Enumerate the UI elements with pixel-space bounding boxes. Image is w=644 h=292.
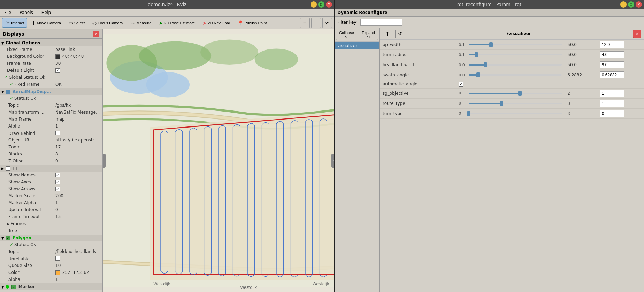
map-frame-value[interactable]: map (55, 117, 101, 122)
show-names-checkbox[interactable]: ✓ (55, 173, 60, 177)
toolbar-eye-button[interactable]: 👁 (322, 18, 332, 28)
menu-panels[interactable]: Panels (17, 9, 36, 16)
fixed-frame-value[interactable]: base_link (55, 47, 101, 52)
displays-tree[interactable]: ▼ Global Options Fixed Frame base_link B… (0, 39, 102, 292)
rqt-maximize-button[interactable]: □ (628, 1, 634, 8)
marker-label: Marker (18, 284, 35, 289)
param-value-input-turn_radius[interactable] (600, 51, 624, 58)
tf-show-arrows-row: Show Arrows ✓ (0, 186, 102, 193)
param-checkbox-automatic_angle[interactable]: ✓ (459, 82, 463, 87)
global-options-arrow[interactable]: ▼ (1, 41, 4, 45)
marker-scale-value[interactable]: 200 (55, 193, 101, 198)
toolbar-crosshair-button[interactable]: ✛ (300, 18, 310, 28)
tf-checkbox[interactable] (6, 166, 10, 171)
marker-header[interactable]: ▼ ✓ Marker (0, 283, 102, 290)
z-offset-value[interactable]: 0 (55, 159, 101, 163)
publish-point-tool[interactable]: 📍 Publish Point (234, 19, 270, 27)
polygon-queue-size-value[interactable]: 10 (55, 263, 101, 268)
polygon-color-label: Color (1, 270, 55, 275)
nav-goal-icon: ➤ (202, 20, 207, 26)
rviz-close-button[interactable]: ✕ (326, 1, 332, 8)
polygon-alpha-value[interactable]: 1 (55, 277, 101, 282)
menu-help[interactable]: Help (39, 9, 54, 16)
polygon-topic-value[interactable]: /field/no_headlands (55, 249, 101, 254)
toolbar-minus-button[interactable]: – (311, 18, 321, 28)
param-track-route_type[interactable] (469, 103, 562, 104)
show-arrows-checkbox[interactable]: ✓ (55, 187, 60, 191)
map-transform-value[interactable]: NavSatFix Message... (55, 110, 101, 115)
tf-header[interactable]: ▶ TF (0, 165, 102, 172)
polygon-unreliable-checkbox[interactable] (55, 256, 60, 261)
zoom-value[interactable]: 17 (55, 145, 101, 149)
rqt-minimize-button[interactable]: – (620, 1, 627, 8)
aerial-topic-row: Topic /gps/fix (0, 102, 102, 109)
svg-point-4 (139, 41, 212, 70)
param-value-input-sg_objective[interactable] (600, 90, 624, 97)
object-uri-value[interactable]: https://tile.openstr... (55, 138, 101, 143)
visualizer-tree-item[interactable]: visualizer (335, 42, 380, 49)
show-axes-checkbox[interactable]: ✓ (55, 180, 60, 184)
tf-frames-row[interactable]: ▶ Frames (0, 221, 102, 228)
focus-camera-tool[interactable]: ◎ Focus Camera (89, 19, 126, 27)
param-value-input-swath_angle[interactable] (600, 71, 624, 78)
param-track-headland_width[interactable] (469, 64, 562, 66)
param-value-input-headland_width[interactable] (600, 61, 624, 68)
global-options-header[interactable]: ▼ Global Options (0, 39, 102, 46)
default-light-checkbox[interactable]: ✓ (55, 68, 60, 73)
rqt-close-button[interactable]: ✕ (636, 1, 642, 8)
draw-behind-checkbox[interactable] (55, 131, 60, 135)
param-track-op_width[interactable] (469, 44, 562, 45)
param-val-cell-turn_radius (597, 50, 644, 60)
param-name-sg_objective: sg_objective (380, 88, 456, 98)
reconfig-back-button[interactable]: ⬆ (383, 30, 392, 38)
pose-estimate-tool[interactable]: ➤ 2D Pose Estimate (156, 19, 198, 27)
panel-collapse-handle[interactable]: ‹ (103, 154, 106, 168)
rviz-maximize-button[interactable]: □ (318, 1, 324, 8)
polygon-color-value[interactable]: 252; 175; 62 (55, 270, 101, 275)
reconfig-close-button[interactable]: ✕ (633, 30, 641, 38)
right-collapse-handle[interactable]: › (331, 154, 334, 168)
update-interval-value[interactable]: 0 (55, 207, 101, 212)
gs-fixed-frame-value: OK (55, 82, 101, 87)
reconfig-reload-button[interactable]: ↺ (395, 30, 405, 38)
frame-timeout-value[interactable]: 15 (55, 214, 101, 219)
rviz-minimize-button[interactable]: – (310, 1, 317, 8)
frame-rate-value[interactable]: 30 (55, 61, 101, 66)
measure-tool[interactable]: ↔ Measure (127, 19, 154, 27)
param-value-input-turn_type[interactable] (600, 110, 624, 117)
param-thumb-turn_radius (475, 52, 478, 57)
global-status-row[interactable]: ✓ Global Status: Ok (0, 74, 102, 81)
interact-tool[interactable]: ☞ Interact (2, 18, 27, 28)
param-val-cell-sg_objective (597, 88, 644, 98)
param-value-input-op_width[interactable] (600, 41, 624, 48)
filter-key-input[interactable] (360, 19, 402, 26)
aerial-map-checkbox[interactable] (6, 90, 10, 94)
aerial-map-header[interactable]: ▼ AerialMapDisp... (0, 88, 102, 95)
aerial-topic-value[interactable]: /gps/fix (55, 103, 101, 108)
param-row-route_type: route_type 0 3 (380, 98, 644, 108)
polygon-header[interactable]: ▼ ✓ Polygon (0, 235, 102, 241)
collapse-all-button[interactable]: Collapse all (336, 30, 357, 40)
move-camera-tool[interactable]: ✛ Move Camera (29, 19, 64, 27)
select-tool[interactable]: ▭ Select (66, 19, 88, 27)
map-area[interactable]: Westdijk Westdijk Westdijk ‹ › (103, 29, 334, 292)
param-slider-cell-headland_width: 0.0 (456, 60, 565, 70)
displays-close-button[interactable]: ✕ (93, 31, 99, 37)
param-track-swath_angle[interactable] (469, 74, 562, 76)
rqt-title: rqt_reconfigure__Param - rqt (457, 2, 522, 7)
polygon-checkbox[interactable]: ✓ (6, 236, 10, 240)
background-color-value[interactable]: 48; 48; 48 (55, 54, 101, 59)
marker-checkbox[interactable]: ✓ (12, 285, 16, 289)
nav-goal-tool[interactable]: ➤ 2D Nav Goal (199, 19, 233, 27)
param-track-turn_radius[interactable] (469, 54, 562, 55)
marker-alpha-value[interactable]: 1 (55, 200, 101, 205)
menu-file[interactable]: File (1, 9, 14, 16)
polygon-topic-label: Topic (1, 249, 55, 254)
param-max-swath_angle: 6.2832 (565, 70, 597, 80)
alpha-value[interactable]: 1 (55, 124, 101, 129)
expand-all-button[interactable]: Expand all (359, 30, 378, 40)
param-value-input-route_type[interactable] (600, 100, 624, 107)
blocks-value[interactable]: 8 (55, 152, 101, 156)
param-track-turn_type[interactable] (469, 113, 562, 114)
param-track-sg_objective[interactable] (469, 93, 562, 94)
